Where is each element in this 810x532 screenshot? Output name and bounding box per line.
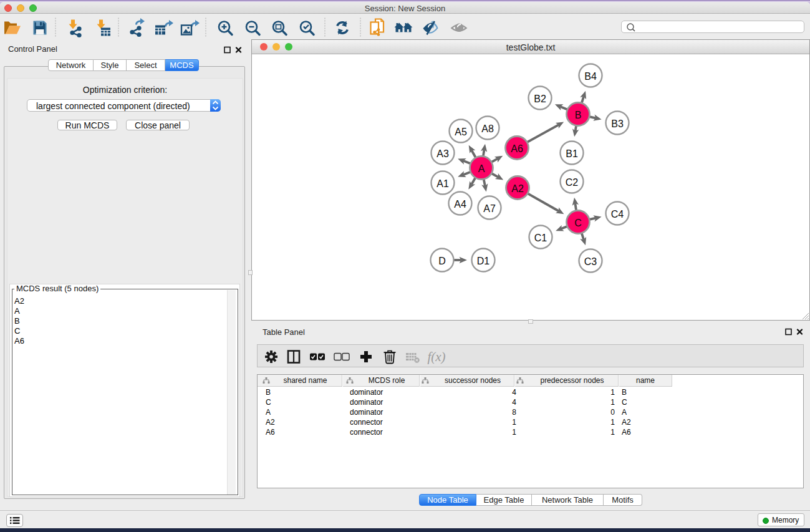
svg-text:A8: A8: [481, 123, 494, 134]
svg-text:B4: B4: [584, 71, 597, 82]
svg-text:A: A: [478, 163, 485, 174]
svg-text:B1: B1: [566, 148, 578, 159]
svg-text:D: D: [438, 256, 446, 266]
svg-text:A4: A4: [454, 199, 466, 210]
svg-text:A3: A3: [436, 148, 449, 159]
svg-text:C3: C3: [584, 256, 597, 267]
svg-text:A2: A2: [511, 183, 524, 194]
svg-text:C: C: [574, 218, 582, 228]
svg-text:A5: A5: [455, 127, 467, 137]
svg-text:A6: A6: [511, 143, 523, 154]
svg-text:A1: A1: [436, 178, 449, 189]
svg-text:C1: C1: [534, 233, 547, 243]
svg-text:C2: C2: [566, 177, 579, 188]
svg-text:B: B: [575, 110, 582, 120]
svg-text:f(x): f(x): [427, 349, 445, 364]
svg-text:B2: B2: [534, 94, 546, 104]
svg-text:C4: C4: [611, 209, 624, 220]
svg-text:A7: A7: [483, 203, 496, 214]
svg-text:B3: B3: [611, 118, 624, 129]
svg-text:D1: D1: [477, 256, 490, 266]
